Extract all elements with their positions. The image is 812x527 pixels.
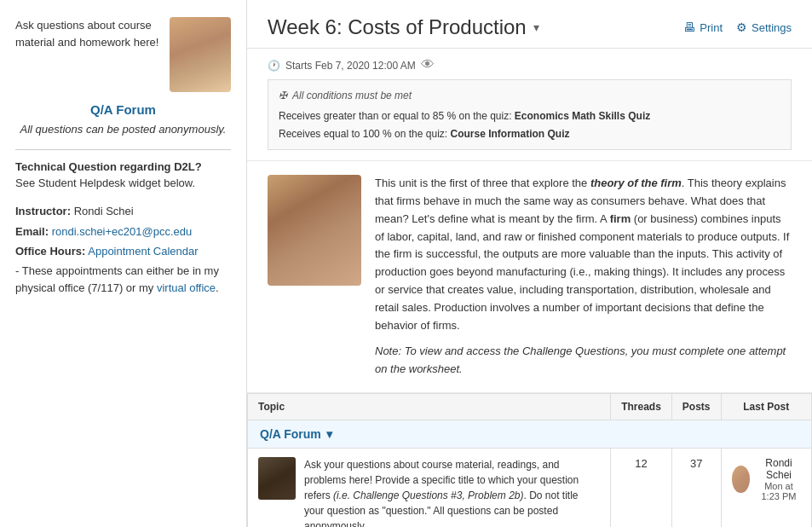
threads-value: 12 bbox=[611, 448, 672, 527]
forum-desc: Ask your questions about course material… bbox=[304, 457, 600, 527]
conditions-box: ✠ All conditions must be met Receives gr… bbox=[268, 79, 792, 150]
instructor-label: Instructor: bbox=[15, 205, 71, 217]
main-content: Week 6: Costs of Production ▾ 🖶 Print ⚙ … bbox=[247, 0, 812, 527]
last-post-avatar bbox=[732, 466, 750, 493]
sidebar-divider bbox=[15, 149, 231, 150]
print-button[interactable]: 🖶 Print bbox=[683, 20, 723, 34]
note-text: Note: To view and access the Challenge Q… bbox=[375, 343, 792, 379]
gear-icon: ⚙ bbox=[736, 20, 747, 34]
conditions-title: ✠ All conditions must be met bbox=[279, 87, 780, 104]
appointment-link[interactable]: Appointment Calendar bbox=[88, 245, 198, 258]
unit-description: This unit is the first of three that exp… bbox=[247, 161, 812, 393]
col-last-post: Last Post bbox=[721, 393, 811, 420]
last-post-name: Rondi Schei bbox=[757, 457, 801, 481]
forum-category-chevron: ▾ bbox=[326, 427, 332, 441]
condition-2: Receives equal to 100 % on the quiz: Cou… bbox=[279, 125, 780, 142]
last-post-details: Rondi Schei Mon at 1:23 PM bbox=[757, 457, 801, 501]
email-link[interactable]: rondi.schei+ec201@pcc.edu bbox=[52, 225, 193, 238]
forum-section: Topic Threads Posts Last Post Q/A Forum … bbox=[247, 393, 812, 527]
settings-button[interactable]: ⚙ Settings bbox=[736, 20, 792, 34]
condition-1: Receives greater than or equal to 85 % o… bbox=[279, 107, 780, 125]
forum-category-label: Q/A Forum bbox=[260, 427, 321, 441]
instructor-name: Rondi Schei bbox=[74, 205, 134, 217]
header-actions: 🖶 Print ⚙ Settings bbox=[683, 20, 792, 34]
forum-category-link[interactable]: Q/A Forum ▾ bbox=[260, 427, 799, 441]
qa-forum-link[interactable]: Q/A Forum bbox=[15, 102, 231, 117]
tech-question-sub: See Student Helpdesk widget below. bbox=[15, 177, 231, 189]
print-icon: 🖶 bbox=[683, 20, 695, 34]
title-area: Week 6: Costs of Production ▾ bbox=[268, 15, 539, 39]
last-post-info: Rondi Schei Mon at 1:23 PM bbox=[732, 457, 801, 501]
sidebar-top-text: Ask questions about course material and … bbox=[15, 19, 158, 49]
instructor-info: Instructor: Rondi Schei Email: rondi.sch… bbox=[15, 201, 231, 296]
conditions-icon: ✠ bbox=[279, 87, 287, 104]
conditions-area: 🕐 Starts Feb 7, 2020 12:00 AM 👁 ✠ All co… bbox=[247, 49, 812, 161]
anonymous-note: All questions can be posted anonymously. bbox=[15, 122, 231, 137]
starts-row: 🕐 Starts Feb 7, 2020 12:00 AM 👁 bbox=[268, 59, 792, 72]
virtual-office-link[interactable]: virtual office bbox=[157, 281, 216, 294]
email-label: Email: bbox=[15, 225, 49, 238]
unit-text: This unit is the first of three that exp… bbox=[375, 175, 792, 379]
forum-category-row: Q/A Forum ▾ bbox=[248, 420, 812, 448]
forum-item-content: Ask your questions about course material… bbox=[258, 457, 600, 527]
sidebar: Ask questions about course material and … bbox=[0, 0, 247, 527]
office-hours-label: Office Hours: bbox=[15, 245, 85, 258]
title-dropdown-icon[interactable]: ▾ bbox=[533, 20, 539, 34]
appointment-text: - These appointments can either be in my… bbox=[15, 263, 231, 296]
sidebar-avatar bbox=[170, 17, 231, 92]
page-title: Week 6: Costs of Production bbox=[268, 15, 527, 39]
eye-icon: 👁 bbox=[421, 57, 435, 72]
unit-avatar bbox=[268, 175, 361, 286]
forum-table: Topic Threads Posts Last Post Q/A Forum … bbox=[247, 393, 812, 527]
col-posts: Posts bbox=[671, 393, 721, 420]
starts-text: Starts Feb 7, 2020 12:00 AM bbox=[285, 60, 416, 72]
clock-icon: 🕐 bbox=[268, 60, 280, 72]
col-topic: Topic bbox=[248, 393, 611, 420]
col-threads: Threads bbox=[611, 393, 672, 420]
forum-item-row: Ask your questions about course material… bbox=[248, 448, 812, 527]
last-post-time: Mon at 1:23 PM bbox=[757, 481, 801, 501]
last-post-cell: Rondi Schei Mon at 1:23 PM bbox=[721, 448, 811, 527]
tech-question-label: Technical Question regarding D2L? bbox=[15, 160, 231, 173]
forum-user-avatar bbox=[258, 457, 296, 500]
page-header: Week 6: Costs of Production ▾ 🖶 Print ⚙ … bbox=[247, 0, 812, 49]
posts-value: 37 bbox=[671, 448, 721, 527]
forum-item-topic-cell: Ask your questions about course material… bbox=[248, 448, 611, 527]
